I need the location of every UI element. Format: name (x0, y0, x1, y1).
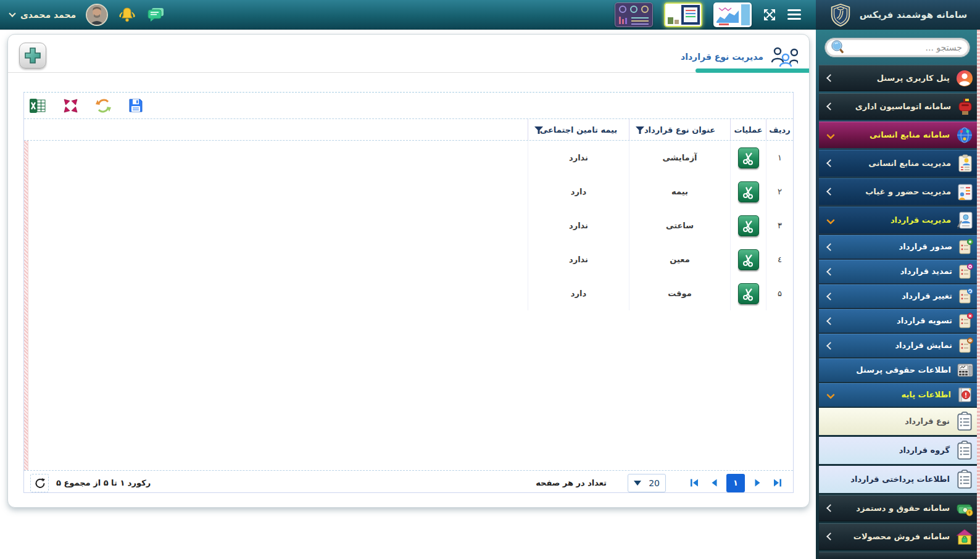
money-icon (955, 500, 974, 517)
sidebar-item-label: سامانه حقوق و دستمزد (839, 503, 950, 513)
filter-funnel-icon[interactable] (534, 126, 544, 136)
per-page-value: 20 (649, 478, 660, 488)
table-row: ٤ معین ندارد (24, 242, 793, 276)
save-icon[interactable] (128, 97, 144, 114)
pager-last-button[interactable] (769, 475, 785, 491)
sidebar-item-label: اطلاعات حقوقی پرسنل (828, 365, 951, 375)
pager-current-page[interactable]: ۱ (726, 474, 745, 492)
active-tab-underline (696, 68, 809, 73)
refresh-icon[interactable] (95, 97, 112, 114)
filter-funnel-icon[interactable] (635, 126, 645, 136)
chevron-left-icon (826, 317, 834, 325)
menu-icon[interactable] (787, 9, 801, 20)
sidebar-item-label: مدیریت قرارداد (839, 215, 951, 225)
filler-cell (24, 141, 528, 175)
per-page-dropdown[interactable]: 20 (628, 474, 666, 492)
sidebar-item-attendance[interactable]: مدیریت حضور و غیاب (819, 178, 980, 205)
table-scrollbar[interactable] (24, 141, 28, 470)
card-header: مدیریت نوع قرارداد (8, 35, 809, 73)
app-title: سامانه هوشمند فریکس (860, 9, 968, 20)
collapse-icon[interactable] (62, 97, 79, 114)
sidebar-item-contract-change[interactable]: تغییر قرارداد (819, 284, 980, 308)
sidebar-item-sales-system[interactable]: سامانه فروش محصولات (819, 523, 980, 550)
chevron-left-icon (826, 532, 834, 540)
sidebar-item-contract-management[interactable]: مدیریت قرارداد (819, 207, 980, 233)
cut-row-button[interactable] (738, 215, 759, 236)
insurance-cell: دارد (528, 175, 629, 209)
sidebar-item-label: اطلاعات پرداختی قرارداد (828, 474, 950, 484)
sidebar-item-personnel-salary-info[interactable]: اطلاعات حقوقی پرسنل (819, 358, 980, 382)
sidebar-item-label: پنل کاربری پرسنل (839, 73, 950, 83)
grid-pager: رکورد ۱ تا ۵ از مجموع ۵ تعداد در هر صفحه… (24, 470, 793, 495)
sidebar-item-label: سامانه منابع انسانی (839, 130, 950, 140)
search-input[interactable] (850, 42, 963, 53)
sidebar-item-contract-issue[interactable]: صدور قرارداد (819, 235, 980, 259)
tab-contract-type-management[interactable]: مدیریت نوع قرارداد (681, 47, 798, 67)
operations-cell (730, 141, 766, 175)
workspace-thumbnail-current[interactable] (664, 2, 702, 27)
insurance-cell: ندارد (528, 209, 629, 242)
operations-cell (730, 276, 766, 310)
table-row: ۱ آزمایشی ندارد (24, 141, 793, 175)
user-menu[interactable]: محمد محمدی (10, 10, 76, 20)
notifications-bell-button[interactable] (118, 6, 136, 23)
clipboard-icon (955, 412, 974, 431)
sidebar-item-base-info[interactable]: اطلاعات پایه (819, 383, 980, 407)
add-button[interactable] (19, 43, 46, 68)
sidebar-item-label: سامانه اتوماسیون اداری (839, 102, 951, 112)
mailbox-icon (957, 97, 974, 116)
filler-cell (24, 242, 528, 276)
excel-export-icon[interactable] (29, 97, 46, 114)
sidebar-item-personnel-panel[interactable]: پنل کاربری پرسنل (819, 65, 980, 91)
attendance-icon (957, 183, 974, 201)
sidebar-item-office-automation[interactable]: سامانه اتوماسیون اداری (819, 93, 980, 120)
app-window: سامانه هوشمند فریکس محمد محمدی (0, 0, 980, 559)
insurance-cell: ندارد (528, 141, 629, 175)
workspace-thumbnail-dashboard[interactable] (615, 2, 653, 27)
pager-first-button[interactable] (686, 475, 702, 491)
sidebar-item-partial[interactable] (819, 552, 980, 559)
column-header-operations: عملیات (730, 119, 766, 140)
pager-prev-button[interactable] (706, 475, 722, 491)
grid-toolbar (24, 93, 793, 118)
expand-icon[interactable] (763, 8, 776, 22)
sidebar-item-contract-view[interactable]: نمایش قرارداد (819, 334, 980, 357)
cut-row-button[interactable] (738, 181, 759, 202)
row-number-cell: ۲ (766, 175, 793, 209)
sidebar-item-label: نمایش قرارداد (839, 341, 952, 350)
contract-title-cell: موقت (629, 276, 730, 310)
operations-cell (730, 242, 766, 276)
sidebar-item-contract-type[interactable]: نوع قرارداد (819, 408, 980, 435)
chat-button[interactable] (146, 6, 165, 23)
pager-next-button[interactable] (749, 475, 765, 491)
sidebar-search[interactable] (824, 38, 970, 57)
sidebar-scrollbar[interactable] (977, 30, 980, 559)
sidebar-item-contract-extend[interactable]: تمدید قرارداد (819, 260, 980, 283)
cut-row-button[interactable] (738, 283, 759, 304)
operations-cell (730, 209, 766, 242)
sidebar-item-label: مدیریت منابع انسانی (839, 159, 951, 168)
grid-header-row: ردیف عملیات عنوان نوع قرارداد بیمه تامین… (24, 118, 793, 141)
contract-title-cell: آزمایشی (629, 141, 730, 175)
sidebar-item-hr-management[interactable]: مدیریت منابع انسانی (819, 150, 980, 176)
sidebar-item-label: تمدید قرارداد (839, 267, 952, 276)
contract-person-icon (957, 211, 974, 230)
sidebar-item-contract-payment-info[interactable]: اطلاعات پرداختی قرارداد (819, 466, 980, 493)
search-icon (830, 39, 846, 56)
filler-cell (24, 209, 528, 242)
sidebar-item-hr-system[interactable]: سامانه منابع انسانی (819, 122, 980, 148)
sidebar-item-label: گروه قرارداد (828, 445, 950, 455)
chevron-left-icon (826, 504, 834, 512)
sidebar-item-contract-settle[interactable]: تسویه قرارداد (819, 309, 980, 333)
sidebar-item-contract-group[interactable]: گروه قرارداد (819, 437, 980, 464)
sidebar-item-payroll-system[interactable]: سامانه حقوق و دستمزد (819, 495, 980, 521)
row-number-cell: ۱ (766, 141, 793, 175)
caret-down-icon (634, 481, 641, 486)
row-number-cell: ۵ (766, 276, 793, 310)
cut-row-button[interactable] (738, 249, 759, 270)
pager-refresh-button[interactable] (30, 474, 49, 492)
cut-row-button[interactable] (738, 147, 759, 168)
workspace-thumbnail-report[interactable] (713, 2, 752, 27)
chevron-left-icon (826, 102, 834, 110)
avatar[interactable] (86, 4, 108, 26)
